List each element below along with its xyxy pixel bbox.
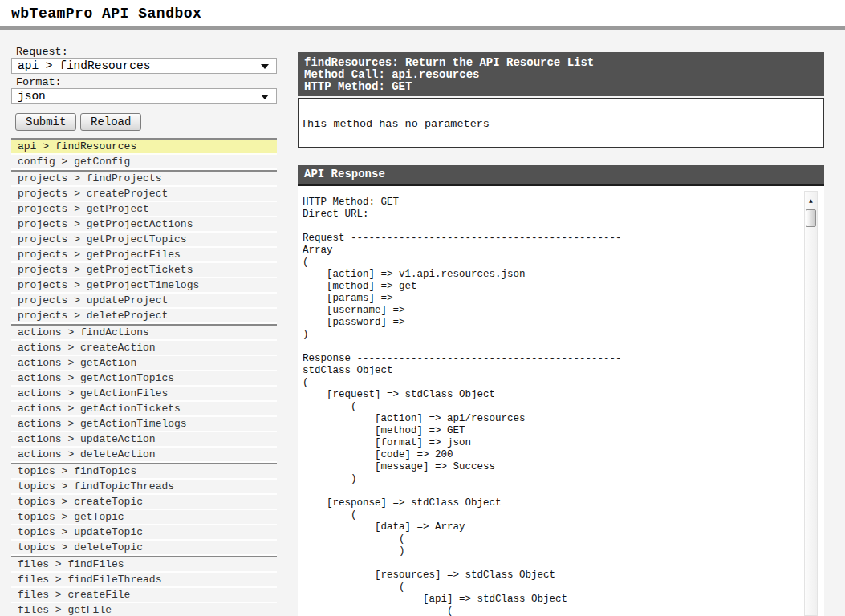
api-response-panel[interactable]: HTTP Method: GET Direct URL: Request ---…: [298, 186, 824, 616]
method-list-item[interactable]: topics > updateTopic: [11, 525, 277, 541]
method-group: files > findFilesfiles > findFileThreads…: [11, 557, 277, 616]
method-list-item[interactable]: actions > getActionFiles: [11, 387, 277, 402]
chevron-down-icon: [261, 95, 269, 99]
method-list-item[interactable]: files > findFileThreads: [11, 573, 277, 588]
format-label: Format:: [16, 76, 62, 88]
format-select[interactable]: json: [11, 88, 277, 104]
header-divider: [0, 26, 845, 30]
method-list-item[interactable]: api > findResources: [11, 140, 277, 155]
method-list-item[interactable]: actions > findActions: [11, 326, 277, 341]
method-info-panel: findResources: Return the API Resource L…: [298, 52, 824, 96]
method-list-item[interactable]: projects > findProjects: [11, 172, 277, 187]
no-parameters-note: This method has no parameters: [301, 118, 490, 130]
format-select-value: json: [18, 90, 46, 103]
scrollbar-thumb[interactable]: [806, 209, 816, 227]
method-list-item[interactable]: topics > createTopic: [11, 495, 277, 510]
method-group: projects > findProjectsprojects > create…: [11, 172, 277, 326]
method-call: Method Call: api.resources: [304, 69, 824, 81]
method-list-item[interactable]: actions > updateAction: [11, 432, 277, 448]
method-list-item[interactable]: projects > createProject: [11, 187, 277, 202]
method-list-item[interactable]: files > findFiles: [11, 557, 277, 573]
method-group: actions > findActionsactions > createAct…: [11, 326, 277, 464]
method-list-item[interactable]: topics > findTopics: [11, 464, 277, 480]
method-list-item[interactable]: actions > getAction: [11, 356, 277, 371]
method-list-item[interactable]: files > createFile: [11, 588, 277, 603]
method-list-item[interactable]: projects > updateProject: [11, 294, 277, 309]
request-select[interactable]: api > findResources: [11, 58, 277, 74]
method-list-item[interactable]: files > getFile: [11, 603, 277, 616]
method-list-item[interactable]: projects > deleteProject: [11, 309, 277, 324]
method-list-item[interactable]: actions > getActionTimelogs: [11, 417, 277, 432]
submit-button[interactable]: Submit: [15, 113, 76, 131]
request-label: Request:: [16, 46, 68, 58]
method-list-item[interactable]: actions > getActionTickets: [11, 402, 277, 417]
method-list-item[interactable]: projects > getProjectTopics: [11, 233, 277, 248]
page-title: wbTeamPro API Sandbox: [0, 0, 845, 22]
method-list-item[interactable]: projects > getProjectFiles: [11, 248, 277, 263]
method-list-item[interactable]: projects > getProjectTimelogs: [11, 278, 277, 294]
method-list-item[interactable]: projects > getProjectTickets: [11, 263, 277, 278]
method-group: topics > findTopicstopics > findTopicThr…: [11, 464, 277, 557]
method-list: api > findResourcesconfig > getConfigpro…: [11, 138, 277, 616]
method-description: findResources: Return the API Resource L…: [304, 57, 824, 69]
method-list-item[interactable]: config > getConfig: [11, 155, 277, 170]
parameters-panel: This method has no parameters: [298, 98, 824, 148]
scroll-up-icon[interactable]: ▲: [805, 192, 817, 205]
chevron-down-icon: [261, 64, 269, 69]
method-list-item[interactable]: topics > getTopic: [11, 510, 277, 525]
method-list-item[interactable]: topics > findTopicThreads: [11, 480, 277, 495]
method-list-item[interactable]: actions > createAction: [11, 341, 277, 356]
request-select-value: api > findResources: [18, 59, 150, 72]
app-header: wbTeamPro API Sandbox: [0, 0, 845, 26]
method-list-item[interactable]: projects > getProjectActions: [11, 217, 277, 233]
method-list-item[interactable]: actions > deleteAction: [11, 448, 277, 463]
method-group: api > findResourcesconfig > getConfig: [11, 140, 277, 172]
http-method: HTTP Method: GET: [304, 81, 824, 93]
api-response-header: API Response: [298, 165, 824, 186]
method-list-item[interactable]: topics > deleteTopic: [11, 541, 277, 556]
reload-button[interactable]: Reload: [80, 113, 141, 131]
method-list-item[interactable]: actions > getActionTopics: [11, 371, 277, 387]
method-list-item[interactable]: projects > getProject: [11, 202, 277, 217]
response-scrollbar[interactable]: ▲: [804, 191, 818, 616]
response-output: HTTP Method: GET Direct URL: Request ---…: [298, 186, 824, 616]
